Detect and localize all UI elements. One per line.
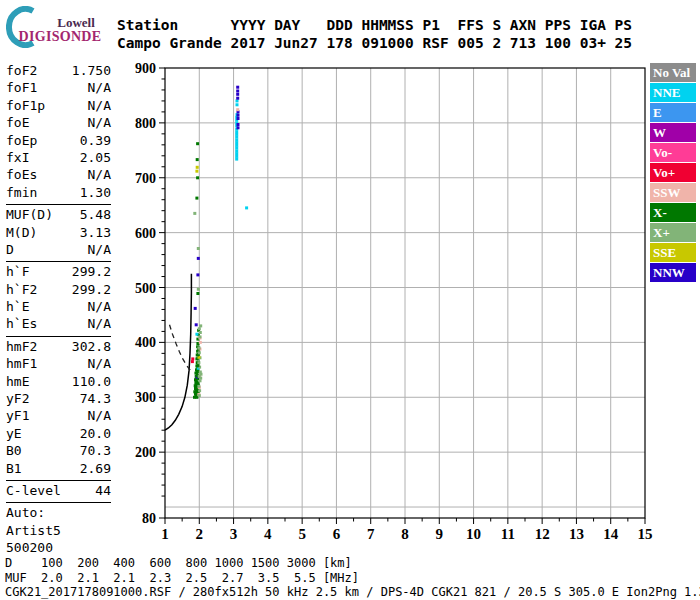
- y-tick-label: 500: [135, 281, 156, 296]
- parameter-label: fmin: [6, 184, 37, 201]
- legend-item-e: E: [650, 103, 696, 122]
- parameter-value: N/A: [88, 79, 111, 96]
- legend-item-nnw: NNW: [650, 263, 696, 282]
- parameter-group: h`F299.2h`F2299.2h`EN/Ah`EsN/A: [6, 262, 111, 337]
- parameter-label: hmF1: [6, 355, 37, 372]
- legend-item-ssw: SSW: [650, 183, 696, 202]
- ionogram-plot: 1234567891011121314159008007006005004003…: [125, 55, 700, 555]
- x-axis: 123456789101112131415: [161, 518, 652, 542]
- legend-item-no-val: No Val: [650, 63, 696, 82]
- x-tick-label: 13: [569, 526, 584, 542]
- parameter-row: B12.69: [6, 460, 111, 477]
- parameter-row: hmE110.0: [6, 373, 111, 390]
- parameter-label: hmE: [6, 373, 29, 390]
- parameter-label: foEp: [6, 132, 37, 149]
- parameter-value: 1.30: [80, 184, 111, 201]
- parameter-label: B0: [6, 442, 22, 459]
- electron-density-profile-curve: [165, 274, 191, 430]
- parameter-label: yF2: [6, 390, 29, 407]
- parameter-group: MUF(D)5.48M(D)3.13DN/A: [6, 205, 111, 262]
- parameter-value: N/A: [88, 166, 111, 183]
- parameter-label: foEs: [6, 166, 37, 183]
- parameter-label: B1: [6, 460, 22, 477]
- parameter-label: M(D): [6, 224, 37, 241]
- y-tick-label: 200: [135, 445, 156, 460]
- parameter-row: yE20.0: [6, 425, 111, 442]
- header-column-values: Campo Grande 2017 Jun27 178 091000 RSF 0…: [117, 34, 632, 52]
- parameter-row: MUF(D)5.48: [6, 206, 111, 223]
- legend-item-sse: SSE: [650, 243, 696, 262]
- distance-row: D 100 200 400 600 800 1000 1500 3000 [km…: [5, 556, 700, 571]
- y-tick-label: 400: [135, 335, 156, 350]
- parameter-value: 299.2: [72, 263, 111, 280]
- y-tick-label: 900: [135, 61, 156, 76]
- parameter-label: foF1: [6, 79, 37, 96]
- parameter-label: h`F: [6, 263, 29, 280]
- parameter-value: 299.2: [72, 281, 111, 298]
- parameter-row: foEsN/A: [6, 166, 111, 183]
- parameter-row: h`EN/A: [6, 298, 111, 315]
- parameter-panel: foF21.750foF1N/AfoF1pN/AfoEN/AfoEp0.39fx…: [6, 61, 111, 560]
- parameter-label: D: [6, 241, 14, 258]
- auto-scaler-line: Artist5: [6, 522, 111, 539]
- parameter-row: foF1pN/A: [6, 97, 111, 114]
- parameter-row: hmF1N/A: [6, 355, 111, 372]
- x-tick-label: 10: [466, 526, 481, 542]
- legend-item-vo-: Vo-: [650, 143, 696, 162]
- auto-scaler-block: Auto:Artist5500200: [6, 503, 111, 559]
- footer-block: D 100 200 400 600 800 1000 1500 3000 [km…: [5, 556, 700, 600]
- parameter-label: foF2: [6, 62, 37, 79]
- x-tick-label: 11: [501, 526, 515, 542]
- parameter-label: yE: [6, 425, 22, 442]
- x-tick-label: 4: [264, 526, 272, 542]
- station-header: Station YYYY DAY DDD HHMMSS P1 FFS S AXN…: [117, 16, 632, 52]
- x-tick-label: 5: [298, 526, 306, 542]
- parameter-value: 110.0: [72, 373, 111, 390]
- parameter-value: 1.750: [72, 62, 111, 79]
- auto-scaler-line: Auto:: [6, 504, 111, 521]
- parameter-value: 2.05: [80, 149, 111, 166]
- x-tick-label: 8: [401, 526, 409, 542]
- parameter-value: 2.69: [80, 460, 111, 477]
- logo-text-digisonde: DIGISONDE: [8, 29, 112, 45]
- parameter-value: N/A: [88, 407, 111, 424]
- x-tick-label: 9: [436, 526, 444, 542]
- parameter-row: foF21.750: [6, 62, 111, 79]
- parameter-label: h`E: [6, 298, 29, 315]
- x-tick-label: 14: [603, 526, 619, 542]
- parameter-value: 70.3: [80, 442, 111, 459]
- parameter-value: N/A: [88, 241, 111, 258]
- parameter-group: foF21.750foF1N/AfoF1pN/AfoEN/AfoEp0.39fx…: [6, 61, 111, 205]
- parameter-label: yF1: [6, 407, 29, 424]
- parameter-label: h`Es: [6, 315, 37, 332]
- legend-item-x-: X-: [650, 203, 696, 222]
- x-tick-label: 2: [196, 526, 204, 542]
- x-tick-label: 15: [638, 526, 653, 542]
- parameter-value: 3.13: [80, 224, 111, 241]
- legend-item-vo-: Vo+: [650, 163, 696, 182]
- parameter-label: MUF(D): [6, 206, 53, 223]
- legend-item-w: W: [650, 123, 696, 142]
- parameter-group: C-level44: [6, 481, 111, 503]
- parameter-row: foEp0.39: [6, 132, 111, 149]
- parameter-row: fmin1.30: [6, 184, 111, 201]
- y-tick-label: 700: [135, 171, 156, 186]
- parameter-row: h`EsN/A: [6, 315, 111, 332]
- file-info-row: CGK21_2017178091000.RSF / 280fx512h 50 k…: [5, 585, 700, 600]
- parameter-row: DN/A: [6, 241, 111, 258]
- lowell-digisonde-logo: Lowell DIGISONDE: [4, 4, 116, 50]
- parameter-value: 5.48: [80, 206, 111, 223]
- parameter-row: M(D)3.13: [6, 224, 111, 241]
- y-tick-label: 300: [135, 390, 156, 405]
- legend-item-x-: X+: [650, 223, 696, 242]
- parameter-row: h`F2299.2: [6, 281, 111, 298]
- x-tick-label: 7: [367, 526, 375, 542]
- parameter-value: 302.8: [72, 338, 111, 355]
- parameter-label: hmF2: [6, 338, 37, 355]
- parameter-value: 20.0: [80, 425, 111, 442]
- parameter-row: yF274.3: [6, 390, 111, 407]
- parameter-row: foF1N/A: [6, 79, 111, 96]
- parameter-value: N/A: [88, 315, 111, 332]
- parameter-value: 0.39: [80, 132, 111, 149]
- parameter-label: foF1p: [6, 97, 45, 114]
